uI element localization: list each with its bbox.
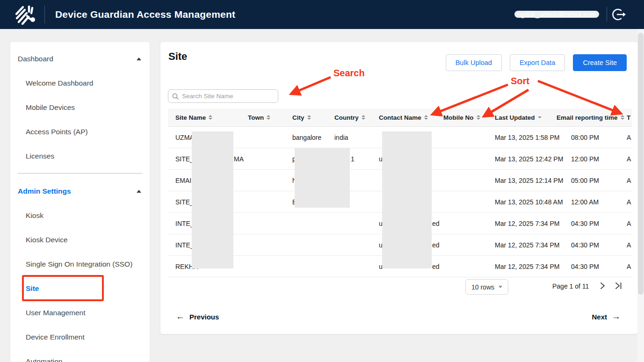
footer-nav: ← Previous Next →	[160, 311, 637, 324]
sidebar-item-label: Kiosk Device	[26, 236, 68, 244]
sidebar-item-kiosk-device[interactable]: Kiosk Device	[10, 228, 150, 252]
sidebar-item-label: Single Sign On Integration (SSO)	[26, 260, 132, 268]
column-header-site-name[interactable]: Site Name	[175, 114, 248, 121]
redaction-block-contact-name	[382, 131, 432, 268]
column-header-last-updated[interactable]: Last Updated	[495, 114, 557, 121]
column-header-email-reporting-time[interactable]: Email reporting time	[557, 114, 627, 121]
rows-per-page-select[interactable]: 10 rows	[465, 279, 508, 295]
sort-icon	[477, 115, 480, 120]
sidebar-item-label: User Management	[26, 309, 86, 317]
column-label: City	[292, 114, 304, 121]
zebra-logo-icon	[13, 4, 37, 25]
sidebar-item-label: Admin Settings	[18, 187, 71, 195]
column-header-country[interactable]: Country	[334, 114, 379, 121]
cell-last-updated: Mar 13, 2025 1:58 PM	[495, 134, 557, 141]
cell-last-updated: Mar 13, 2025 12:42 PM	[495, 155, 557, 163]
cell-city: bangalore	[292, 134, 334, 141]
sidebar-item-licenses[interactable]: Licenses	[10, 144, 150, 168]
column-label: Site Name	[175, 114, 206, 121]
chevron-down-icon	[499, 286, 502, 288]
sort-icon	[267, 115, 270, 120]
sidebar-item-kiosk[interactable]: Kiosk	[10, 203, 150, 228]
column-label: Mobile No	[443, 114, 474, 121]
sidebar-item-label: Automation	[26, 357, 62, 362]
sidebar-item-welcome-dashboard[interactable]: Welcome Dashboard	[10, 71, 150, 95]
sidebar-item-label: Kiosk	[26, 211, 43, 220]
topbar-divider	[44, 6, 45, 23]
column-header-mobile-no[interactable]: Mobile No	[443, 114, 495, 121]
cell-last-updated: Mar 12, 2025 7:34 PM	[495, 220, 557, 227]
sidebar-item-label: Welcome Dashboard	[26, 79, 93, 87]
previous-button[interactable]: ← Previous	[176, 311, 219, 322]
site-page-card: Site Bulk Upload Export Data Create Site…	[160, 42, 637, 334]
annotation-search-label: Search	[333, 68, 365, 79]
sort-desc-icon	[538, 116, 542, 118]
cell-last-updated: Mar 13, 2025 12:14 PM	[495, 177, 557, 184]
cell-last-updated: Mar 12, 2025 7:34 PM	[495, 241, 557, 249]
sidebar-item-label: Licenses	[26, 152, 54, 160]
cell-timezone: A	[627, 220, 632, 227]
column-header-town[interactable]: Town	[248, 114, 292, 121]
site-search-box[interactable]	[168, 89, 278, 103]
cell-timezone: A	[627, 155, 632, 163]
cell-email-reporting-time: 04:30 PM	[557, 241, 627, 249]
column-header-city[interactable]: City	[292, 114, 334, 121]
page-info: Page 1 of 11	[552, 282, 589, 290]
scrollbar-thumb[interactable]	[638, 33, 644, 295]
sort-icon	[209, 115, 212, 120]
email-redaction-bar	[514, 11, 599, 18]
column-label: Last Updated	[495, 114, 535, 121]
sidebar-item-dashboard[interactable]: Dashboard	[10, 47, 150, 71]
search-icon	[172, 93, 179, 100]
cell-timezone: A	[627, 134, 632, 141]
sidebar-item-label: Mobile Devices	[26, 103, 75, 112]
logout-icon[interactable]	[612, 7, 627, 22]
cell-email-reporting-time: 12:00 AM	[557, 198, 627, 206]
sidebar-item-label: Access Points (AP)	[26, 128, 88, 136]
sidebar-item-sso[interactable]: Single Sign On Integration (SSO)	[10, 252, 150, 276]
sidebar-item-mobile-devices[interactable]: Mobile Devices	[10, 95, 150, 120]
cell-timezone: A	[627, 263, 632, 270]
topbar: Device Guardian Access Management ngdtik…	[0, 0, 644, 29]
chevron-up-icon	[137, 58, 141, 60]
cell-timezone: A	[627, 177, 632, 184]
column-label: Town	[248, 114, 264, 121]
toolbar: Bulk Upload Export Data Create Site	[446, 54, 627, 71]
next-page-icon[interactable]	[596, 280, 608, 292]
chevron-up-icon	[137, 190, 141, 193]
search-input[interactable]	[182, 93, 274, 100]
column-header-contact-name[interactable]: Contact Name	[379, 114, 443, 121]
arrow-left-icon: ←	[176, 311, 185, 322]
next-label: Next	[592, 313, 607, 321]
create-site-button[interactable]: Create Site	[573, 54, 627, 71]
sidebar-item-admin-settings[interactable]: Admin Settings	[10, 179, 150, 203]
sidebar-item-label: Device Enrollment	[26, 333, 85, 341]
column-label: Contact Name	[379, 114, 421, 121]
sidebar-item-site[interactable]: Site	[10, 276, 150, 301]
column-header-truncated[interactable]: T	[627, 114, 632, 121]
cell-last-updated: Mar 12, 2025 7:34 PM	[495, 263, 557, 270]
app-title: Device Guardian Access Management	[55, 0, 235, 29]
last-page-icon[interactable]	[612, 280, 624, 292]
sort-icon	[307, 115, 311, 120]
rows-per-page-value: 10 rows	[471, 283, 494, 291]
next-button[interactable]: Next →	[592, 311, 621, 322]
previous-label: Previous	[189, 313, 219, 321]
sidebar-item-user-management[interactable]: User Management	[10, 301, 150, 325]
page-scrollbar[interactable]	[637, 29, 644, 362]
cell-last-updated: Mar 13, 2025 10:48 AM	[495, 198, 557, 206]
cell-email-reporting-time: 08:00 PM	[557, 134, 627, 141]
annotation-sort-label: Sort	[511, 76, 529, 87]
bulk-upload-button[interactable]: Bulk Upload	[446, 54, 502, 71]
sort-icon	[362, 115, 365, 120]
sidebar-item-label: Site	[26, 284, 39, 293]
cell-timezone: A	[627, 198, 632, 206]
sidebar-item-automation[interactable]: Automation	[10, 349, 150, 362]
sidebar-item-device-enrollment[interactable]: Device Enrollment	[10, 325, 150, 349]
sidebar-item-access-points[interactable]: Access Points (AP)	[10, 120, 150, 144]
sidebar-divider	[18, 173, 142, 174]
cell-email-reporting-time: 04:30 PM	[557, 220, 627, 227]
page-title: Site	[168, 51, 187, 63]
sidebar: Dashboard Welcome Dashboard Mobile Devic…	[10, 42, 150, 362]
export-data-button[interactable]: Export Data	[510, 54, 565, 71]
